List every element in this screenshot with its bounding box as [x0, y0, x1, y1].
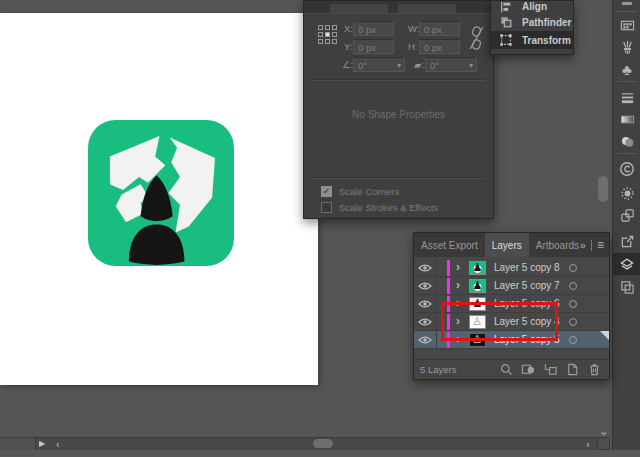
panel-tab-strip — [304, 1, 493, 14]
artboards-panel-icon[interactable] — [613, 277, 640, 297]
layer-row[interactable]: › ♟ Layer 5 copy 8 — [414, 259, 609, 277]
layer-row[interactable]: › ♟ Layer 5 copy 7 — [414, 277, 609, 295]
shear-combo[interactable]: 0°▾ — [425, 57, 477, 72]
x-field[interactable]: 0 px — [353, 21, 394, 36]
pathfinder-label: Pathfinder — [522, 17, 571, 28]
visibility-eye-icon[interactable] — [418, 299, 432, 309]
expand-chevron-icon[interactable]: › — [456, 277, 460, 294]
rotate-label-icon: ∠: — [342, 57, 353, 72]
reference-point-grid-icon[interactable] — [318, 25, 337, 44]
tab-layers[interactable]: Layers — [485, 233, 529, 257]
brushes-panel-icon[interactable] — [613, 37, 640, 57]
new-sublayer-icon[interactable] — [543, 362, 558, 377]
panel-tab-stub[interactable] — [398, 4, 456, 13]
partial-icon — [622, 2, 632, 5]
window-bottom-strip — [0, 450, 640, 457]
layer-thumbnail[interactable]: ♟ — [469, 279, 486, 293]
flyout-item-pathfinder[interactable]: Pathfinder — [491, 13, 573, 31]
vertical-scroll-thumb[interactable] — [598, 176, 608, 202]
dock-divider — [617, 153, 637, 154]
scroll-down-icon[interactable]: ⌄ — [599, 426, 608, 436]
cc-libraries-panel-icon[interactable] — [613, 159, 640, 179]
clipping-mask-icon[interactable] — [521, 362, 536, 377]
symbols-panel-icon[interactable]: ♣ — [613, 59, 640, 79]
gradient-panel-icon[interactable] — [613, 109, 640, 129]
w-field[interactable]: 0 px — [419, 21, 460, 36]
panels-flyout: Align Pathfinder Transform — [490, 0, 574, 55]
chevron-down-icon: ▾ — [469, 58, 473, 73]
scale-corners-row[interactable]: ✓ Scale Corners — [321, 184, 399, 198]
delete-layer-trash-icon[interactable] — [587, 362, 602, 377]
swatches-panel-icon[interactable] — [613, 15, 640, 35]
visibility-eye-icon[interactable] — [418, 263, 432, 273]
target-circle[interactable] — [569, 264, 577, 272]
layer-thumbnail[interactable]: ♟ — [469, 261, 486, 275]
scrollbar-corner — [597, 437, 610, 450]
panel-menu-icon[interactable]: ≡ — [597, 238, 604, 252]
visibility-eye-icon[interactable] — [418, 335, 432, 345]
expand-chevron-icon[interactable]: › — [456, 259, 460, 276]
panel-tab-stub[interactable] — [330, 4, 388, 13]
stroke-panel-icon[interactable] — [613, 87, 640, 107]
checkbox-checked-icon[interactable]: ✓ — [321, 186, 332, 197]
transform-label: Transform — [522, 35, 571, 46]
transparency-panel-icon[interactable] — [613, 131, 640, 151]
pawn-logo-artwork[interactable] — [88, 120, 234, 266]
h-field[interactable]: 0 px — [419, 39, 460, 54]
pathfinder-icon — [499, 15, 513, 29]
target-circle[interactable] — [569, 336, 577, 344]
annotation-highlight-box — [441, 302, 558, 341]
divider — [591, 240, 592, 251]
panel-dock: ♣ — [612, 0, 640, 457]
checkbox-unchecked-icon[interactable] — [321, 202, 332, 213]
dock-divider — [617, 81, 637, 82]
export-panel-icon[interactable] — [613, 231, 640, 251]
target-circle[interactable] — [569, 282, 577, 290]
layer-name[interactable]: Layer 5 copy 7 — [494, 277, 560, 294]
no-shape-properties-text: No Shape Properties — [304, 109, 493, 120]
play-status-icon[interactable]: ▶ — [39, 440, 45, 448]
layers-panel-icon[interactable] — [613, 253, 640, 275]
visibility-eye-icon[interactable] — [418, 281, 432, 291]
layer-count: 5 Layers — [420, 364, 499, 375]
dock-divider — [617, 11, 637, 12]
target-circle[interactable] — [569, 318, 577, 326]
align-icon — [499, 0, 513, 14]
tab-artboards[interactable]: Artboards — [529, 233, 586, 257]
y-field[interactable]: 0 px — [353, 39, 394, 54]
properties-panel: X: 0 px W: 0 px Y: 0 px H: 0 px ∠: 0°▾ ▰… — [303, 0, 494, 219]
collapse-panel-icon[interactable]: » — [580, 239, 586, 251]
horizontal-scrollbar[interactable] — [0, 437, 610, 451]
locate-object-icon[interactable] — [499, 362, 514, 377]
selection-notch — [600, 331, 609, 340]
visibility-eye-icon[interactable] — [418, 317, 432, 327]
target-circle[interactable] — [569, 300, 577, 308]
horizontal-scroll-thumb[interactable] — [313, 439, 333, 448]
transform-icon — [499, 33, 513, 47]
scroll-left-icon[interactable]: ‹ — [56, 439, 60, 449]
divider — [312, 177, 485, 179]
divider — [312, 79, 485, 81]
flyout-item-align[interactable]: Align — [491, 0, 573, 13]
w-label: W: — [408, 21, 419, 36]
layer-name[interactable]: Layer 5 copy 8 — [494, 259, 560, 276]
link-dimensions-broken-icon[interactable] — [469, 24, 484, 52]
x-label: X: — [344, 21, 353, 36]
color-panel-icon[interactable] — [613, 183, 640, 203]
scale-strokes-label: Scale Strokes & Effects — [339, 202, 438, 213]
links-panel-icon[interactable] — [613, 205, 640, 225]
shear-label-icon: ▰: — [414, 57, 424, 72]
scroll-right-icon[interactable]: › — [586, 439, 590, 449]
layer-color-bar — [447, 260, 450, 276]
rotate-combo[interactable]: 0°▾ — [353, 57, 405, 72]
status-bar-segment — [0, 437, 36, 451]
layers-panel-footer: 5 Layers — [414, 359, 609, 379]
scale-corners-label: Scale Corners — [339, 186, 399, 197]
scale-strokes-row[interactable]: Scale Strokes & Effects — [321, 200, 438, 214]
new-layer-icon[interactable] — [565, 362, 580, 377]
chevron-down-icon: ▾ — [397, 58, 401, 73]
layer-color-bar — [447, 278, 450, 294]
tab-asset-export[interactable]: Asset Export — [414, 233, 485, 257]
h-label: H: — [408, 39, 418, 54]
flyout-item-transform[interactable]: Transform — [491, 31, 573, 49]
